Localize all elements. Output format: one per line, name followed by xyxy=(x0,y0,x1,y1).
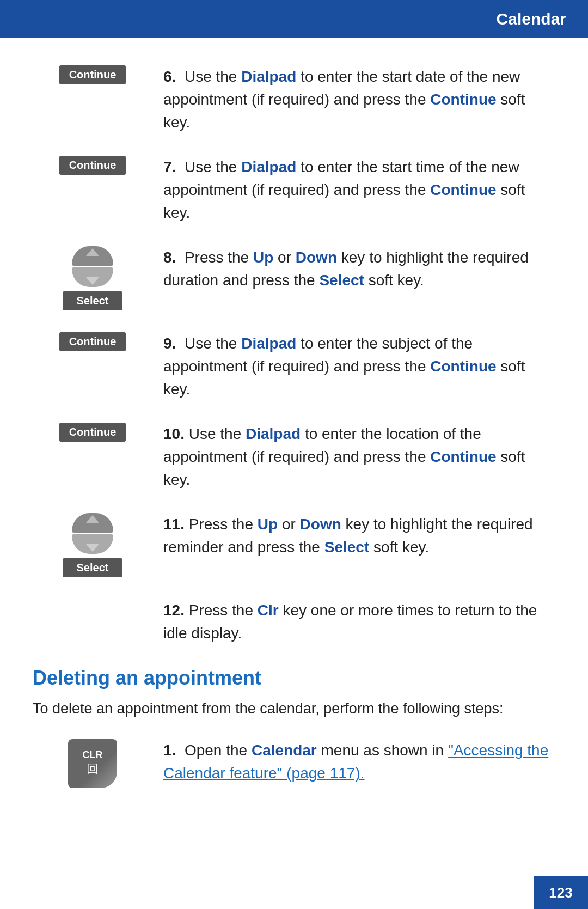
select-button-11: Select xyxy=(63,558,122,577)
clr-key-symbol: 回 xyxy=(87,761,99,777)
main-content: Continue 6. Use the Dialpad to enter the… xyxy=(0,38,588,843)
up-key-11 xyxy=(72,513,113,533)
step-10-content: 10. Use the Dialpad to enter the locatio… xyxy=(163,425,525,488)
delete-step-1-content: 1. Open the Calendar menu as shown in "A… xyxy=(163,742,548,782)
step-8: Select 8. Press the Up or Down key to hi… xyxy=(33,246,555,310)
delete-steps-list: CLR 回 1. Open the Calendar menu as shown… xyxy=(33,739,555,788)
down-key-11 xyxy=(72,534,113,554)
step-7-icon-col: Continue xyxy=(33,156,152,175)
page-number: 123 xyxy=(549,884,572,901)
continue-button-9: Continue xyxy=(59,332,126,351)
step-10-icon-col: Continue xyxy=(33,423,152,442)
step-7: Continue 7. Use the Dialpad to enter the… xyxy=(33,156,555,224)
step-6-text: 6. Use the Dialpad to enter the start da… xyxy=(152,65,555,134)
step-9: Continue 9. Use the Dialpad to enter the… xyxy=(33,332,555,401)
continue-button-6: Continue xyxy=(59,65,126,84)
step-8-text: 8. Press the Up or Down key to highlight… xyxy=(152,246,555,292)
footer: 123 xyxy=(534,876,588,909)
step-7-content: 7. Use the Dialpad to enter the start ti… xyxy=(163,158,525,221)
step-12-text: 12. Press the Clr key one or more times … xyxy=(152,599,555,645)
delete-step-1-text: 1. Open the Calendar menu as shown in "A… xyxy=(152,739,555,785)
nav-key-11 xyxy=(72,513,113,554)
step-7-text: 7. Use the Dialpad to enter the start ti… xyxy=(152,156,555,224)
clr-key-label: CLR xyxy=(83,750,103,760)
header-bar: Calendar xyxy=(0,0,588,38)
step-6-content: 6. Use the Dialpad to enter the start da… xyxy=(163,68,525,131)
step-8-content: 8. Press the Up or Down key to highlight… xyxy=(163,249,529,289)
step-10: Continue 10. Use the Dialpad to enter th… xyxy=(33,423,555,491)
delete-step-1-icon-col: CLR 回 xyxy=(33,739,152,788)
step-9-icon-col: Continue xyxy=(33,332,152,351)
section-heading: Deleting an appointment xyxy=(33,667,555,690)
continue-button-7: Continue xyxy=(59,156,126,175)
up-key-8 xyxy=(72,246,113,266)
step-8-icon-col: Select xyxy=(33,246,152,310)
section-intro: To delete an appointment from the calend… xyxy=(33,700,555,717)
header-title: Calendar xyxy=(497,10,566,28)
step-6: Continue 6. Use the Dialpad to enter the… xyxy=(33,65,555,134)
step-11-text: 11. Press the Up or Down key to highligh… xyxy=(152,513,555,559)
step-12-content: 12. Press the Clr key one or more times … xyxy=(163,602,537,642)
select-button-8: Select xyxy=(63,291,122,310)
nav-key-8 xyxy=(72,246,113,287)
down-key-8 xyxy=(72,267,113,287)
step-10-text: 10. Use the Dialpad to enter the locatio… xyxy=(152,423,555,491)
step-11-icon-col: Select xyxy=(33,513,152,577)
step-11-content: 11. Press the Up or Down key to highligh… xyxy=(163,516,533,556)
step-9-content: 9. Use the Dialpad to enter the subject … xyxy=(163,335,525,398)
step-6-icon-col: Continue xyxy=(33,65,152,84)
step-9-text: 9. Use the Dialpad to enter the subject … xyxy=(152,332,555,401)
continue-button-10: Continue xyxy=(59,423,126,442)
delete-step-1: CLR 回 1. Open the Calendar menu as shown… xyxy=(33,739,555,788)
step-12: 12. Press the Clr key one or more times … xyxy=(33,599,555,645)
steps-list: Continue 6. Use the Dialpad to enter the… xyxy=(33,65,555,645)
clr-key-icon: CLR 回 xyxy=(68,739,117,788)
step-11: Select 11. Press the Up or Down key to h… xyxy=(33,513,555,577)
